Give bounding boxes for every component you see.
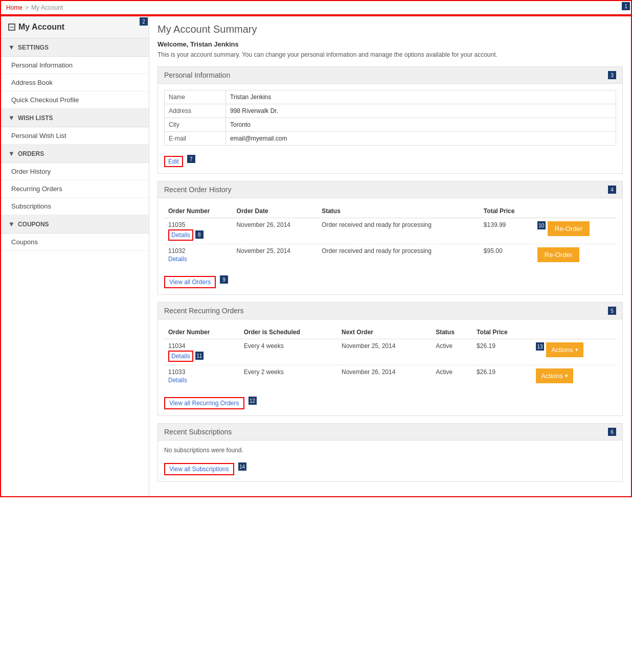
col-rec-next-order: Next Order (337, 326, 432, 339)
reorder-badge-10: 10 (537, 221, 546, 229)
personal-info-header: Personal Information 3 (158, 67, 622, 84)
order-history-badge: 4 (608, 186, 616, 194)
col-rec-status: Status (432, 326, 472, 339)
rec-details-link-11033[interactable]: Details (168, 377, 236, 384)
field-label-city: City (165, 118, 226, 132)
rec-status-11034: Active (432, 339, 472, 365)
table-row: 11033 Details Every 2 weeks November 26,… (164, 365, 616, 387)
collapse-icon[interactable]: − (8, 24, 15, 31)
order-history-body: Order Number Order Date Status Total Pri… (158, 198, 622, 294)
sidebar-section-coupons[interactable]: ▼ COUPONS (1, 215, 149, 234)
sidebar-item-coupons[interactable]: Coupons (1, 234, 149, 251)
personal-info-body: Name Tristan Jenkins Address 998 Riverwa… (158, 84, 622, 173)
sidebar-item-quick-checkout[interactable]: Quick Checkout Profile (1, 91, 149, 109)
actions-wrap-1: 13 Actions (536, 342, 612, 357)
sidebar-item-personal-wish-list[interactable]: Personal Wish List (1, 127, 149, 145)
table-row: E-mail email@myemail.com (165, 132, 616, 146)
view-all-orders-link[interactable]: View all Orders (164, 276, 216, 288)
subscriptions-badge: 6 (608, 428, 616, 436)
col-total-price: Total Price (480, 204, 533, 218)
rec-next-11033: November 26, 2014 (337, 365, 432, 387)
sidebar-item-recurring-orders[interactable]: Recurring Orders (1, 180, 149, 198)
recurring-orders-badge: 5 (608, 307, 616, 315)
sidebar-item-subscriptions[interactable]: Subscriptions (1, 198, 149, 215)
order-history-section: Recent Order History 4 Order Number Orde… (157, 181, 623, 295)
rec-details-badge-11: 11 (195, 352, 204, 360)
sidebar-item-order-history[interactable]: Order History (1, 163, 149, 180)
details-badge-11035: 8 (195, 230, 204, 239)
subscriptions-body: No subscriptions were found. View all Su… (158, 441, 622, 481)
breadcrumb: Home > My Account 1 (0, 0, 632, 15)
order-history-header: Recent Order History 4 (158, 181, 622, 198)
welcome-sub: This is your account summary. You can ch… (157, 50, 623, 59)
rec-scheduled-11034: Every 4 weeks (240, 339, 337, 365)
actions-badge-13: 13 (536, 342, 544, 351)
rec-order-number-11033: 11033 Details (164, 365, 240, 387)
actions-button-11034[interactable]: Actions (546, 342, 583, 357)
order-num-text-2: 11032 (168, 247, 229, 254)
chevron-down-icon-4: ▼ (8, 220, 15, 228)
recurring-orders-header: Recent Recurring Orders 5 (158, 303, 622, 319)
order-history-header-row: Order Number Order Date Status Total Pri… (164, 204, 616, 218)
sidebar-section-wishlists-label: WISH LISTS (18, 114, 53, 122)
rec-details-link-11034[interactable]: Details (168, 351, 193, 362)
sidebar-item-address-book[interactable]: Address Book (1, 74, 149, 91)
personal-info-badge: 3 (608, 71, 616, 79)
details-wrap-1: Details 8 (168, 228, 229, 241)
subscriptions-header: Recent Subscriptions 6 (158, 424, 622, 441)
reorder-button-11035[interactable]: Re-Order (548, 221, 590, 236)
field-value-email: email@myemail.com (226, 132, 616, 146)
edit-personal-info-link[interactable]: Edit (164, 156, 183, 167)
rec-status-11033: Active (432, 365, 472, 387)
field-label-email: E-mail (165, 132, 226, 146)
order-action-11035: 10 Re-Order (533, 218, 616, 244)
sidebar-item-personal-information[interactable]: Personal Information (1, 57, 149, 74)
breadcrumb-home[interactable]: Home (6, 4, 22, 11)
table-row: City Toronto (165, 118, 616, 132)
order-history-title: Recent Order History (164, 186, 231, 194)
order-date-11035: November 26, 2014 (233, 218, 318, 244)
subscriptions-title: Recent Subscriptions (164, 428, 232, 436)
view-all-subscriptions-link[interactable]: View all Subscriptions (164, 463, 234, 475)
field-label-name: Name (165, 90, 226, 104)
order-date-11032: November 25, 2014 (233, 244, 318, 266)
order-details-link-11032[interactable]: Details (168, 256, 229, 263)
reorder-button-11032[interactable]: Re-Order (537, 247, 579, 262)
sidebar-section-settings-label: SETTINGS (18, 44, 49, 51)
sidebar-title-label: My Account (18, 22, 64, 32)
sidebar-section-settings[interactable]: ▼ SETTINGS (1, 38, 149, 57)
view-all-recurring-badge: 12 (249, 397, 257, 405)
table-row: 11034 Details 11 Every 4 weeks November … (164, 339, 616, 365)
recurring-orders-body: Order Number Order is Scheduled Next Ord… (158, 319, 622, 415)
details-wrap-rec-1: Details 11 (168, 350, 236, 362)
rec-order-num-text-2: 11033 (168, 368, 236, 376)
breadcrumb-current: My Account (31, 4, 63, 11)
col-rec-action (532, 326, 616, 339)
page-title: My Account Summary (157, 24, 623, 35)
order-details-link-11035[interactable]: Details (168, 229, 193, 241)
chevron-down-icon: ▼ (8, 43, 15, 51)
actions-button-11033[interactable]: Actions (536, 368, 573, 383)
col-status: Status (318, 204, 480, 218)
sidebar: 2 − My Account ▼ SETTINGS Personal Infor… (1, 16, 149, 496)
sidebar-section-wishlists[interactable]: ▼ WISH LISTS (1, 109, 149, 127)
col-order-number: Order Number (164, 204, 233, 218)
table-row: 11035 Details 8 November 26, 2014 Order … (164, 218, 616, 244)
field-value-city: Toronto (226, 118, 616, 132)
no-subscriptions-text: No subscriptions were found. (164, 447, 616, 454)
reorder-wrap-1: 10 Re-Order (537, 221, 612, 236)
order-status-11035: Order received and ready for processing (318, 218, 480, 244)
welcome-name: Welcome, Tristan Jenkins (157, 40, 623, 48)
rec-action-11033: Actions (532, 365, 616, 387)
recurring-orders-section: Recent Recurring Orders 5 Order Number O… (157, 302, 623, 416)
rec-order-number-11034: 11034 Details 11 (164, 339, 240, 365)
sidebar-section-orders[interactable]: ▼ ORDERS (1, 145, 149, 163)
order-total-11035: $139.99 (480, 218, 533, 244)
table-row: 11032 Details November 25, 2014 Order re… (164, 244, 616, 266)
content-area: My Account Summary Welcome, Tristan Jenk… (149, 16, 631, 496)
view-all-recurring-link[interactable]: View all Recurring Orders (164, 397, 244, 409)
breadcrumb-separator: > (25, 4, 29, 11)
rec-next-11034: November 25, 2014 (337, 339, 432, 365)
col-rec-order-number: Order Number (164, 326, 240, 339)
col-rec-total: Total Price (472, 326, 532, 339)
